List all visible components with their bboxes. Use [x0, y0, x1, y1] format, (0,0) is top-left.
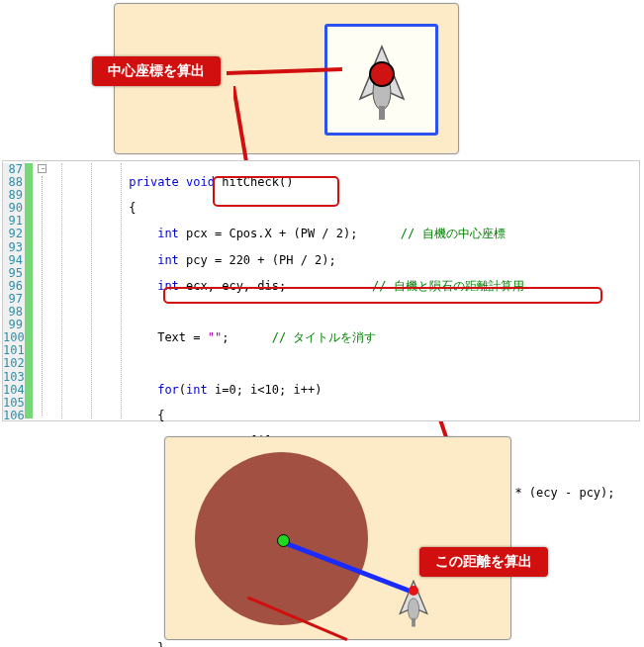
figure-bottom — [164, 436, 511, 640]
ship-center-icon — [409, 586, 418, 596]
line-number: 106 — [3, 410, 23, 422]
code-line: int pcy = 220 + (PH / 2); — [57, 254, 634, 267]
svg-rect-7 — [412, 618, 415, 627]
fold-toggle-icon[interactable] — [38, 164, 46, 173]
line-number: 104 — [3, 384, 23, 397]
code-line — [57, 306, 634, 319]
code-line: for(int i=0; i<10; i++) — [57, 384, 634, 397]
highlight-box-center — [213, 176, 339, 207]
callout-center: 中心座標を算出 — [92, 56, 221, 86]
svg-point-6 — [408, 599, 418, 621]
line-number: 105 — [3, 397, 23, 410]
line-number: 94 — [3, 254, 23, 267]
line-number: 103 — [3, 371, 23, 384]
callout-distance: この距離を算出 — [419, 547, 548, 577]
line-number: 96 — [3, 280, 23, 293]
fold-gutter — [38, 163, 52, 416]
code-line: { — [57, 202, 634, 215]
line-number: 102 — [3, 357, 23, 370]
code-line: int pcx = Cpos.X + (PW / 2); // 自機の中心座標 — [57, 228, 634, 240]
code-line — [57, 357, 634, 370]
code-line: Text = ""; // タイトルを消す — [57, 331, 634, 344]
code-line: private void hitCheck() — [57, 176, 634, 189]
line-number-gutter: 87 88 89 90 91 92 93 94 95 96 97 98 99 1… — [3, 163, 25, 418]
code-line: } — [57, 642, 634, 647]
highlight-box-distance — [163, 287, 602, 304]
code-line: { — [57, 410, 634, 422]
change-bar — [25, 163, 33, 418]
line-number: 92 — [3, 228, 23, 240]
center-dot-icon — [369, 61, 395, 87]
line-number: 95 — [3, 267, 23, 280]
line-number: 93 — [3, 241, 23, 254]
asteroid-center-icon — [277, 534, 290, 547]
